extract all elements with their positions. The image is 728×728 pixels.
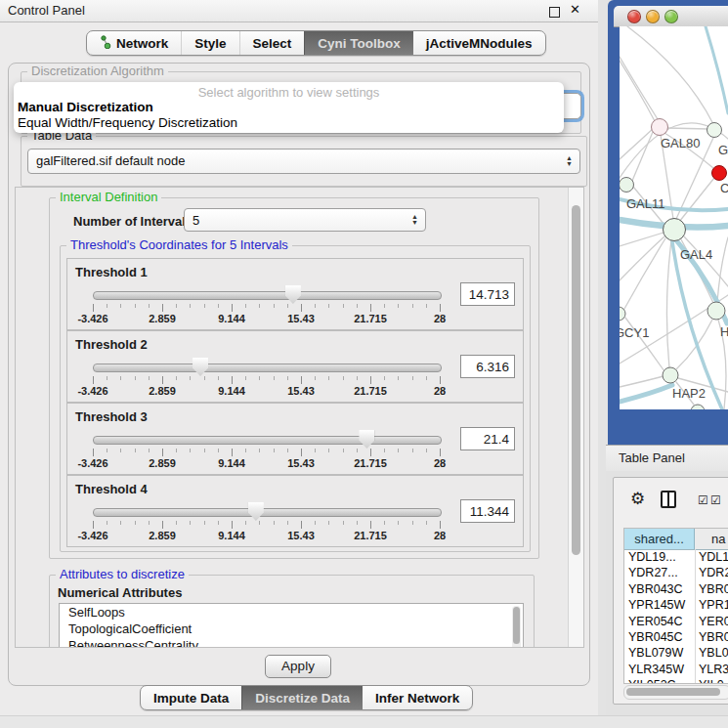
table-row[interactable]: YER054CYER0 — [624, 614, 728, 629]
threshold-value-field[interactable]: 21.4 — [460, 427, 515, 450]
slider-minor-tick — [149, 304, 150, 308]
slider-minor-tick — [274, 449, 275, 452]
network-node[interactable] — [707, 302, 725, 320]
table-data-group: Table Data galFiltered.sif default node … — [21, 136, 587, 187]
zoom-traffic-light[interactable] — [664, 10, 678, 23]
network-edge[interactable] — [706, 26, 728, 113]
number-of-intervals-combobox[interactable]: 5 ▲▼ — [184, 208, 426, 232]
table-row[interactable]: YLR345WYLR3 — [624, 662, 728, 677]
threshold-slider-thumb[interactable] — [285, 285, 301, 304]
network-node[interactable] — [663, 367, 678, 383]
attributes-scrollbar-thumb[interactable] — [513, 607, 520, 644]
threshold-slider-track[interactable] — [93, 436, 442, 445]
gear-icon[interactable]: ⚙ — [630, 489, 645, 509]
panel-scrollbar-thumb[interactable] — [572, 205, 580, 555]
threshold-row-3: Threshold 3-3.4262.8599.14415.4321.71528… — [66, 403, 524, 475]
network-edge[interactable] — [624, 238, 665, 309]
attribute-list-item[interactable]: BetweennessCentrality — [60, 637, 523, 648]
column-header-shared-name[interactable]: shared... — [624, 529, 695, 549]
table-horizontal-scrollbar-thumb[interactable] — [626, 688, 720, 696]
threshold-value-field[interactable]: 14.713 — [460, 282, 515, 306]
network-edge[interactable] — [620, 61, 655, 121]
threshold-slider-track[interactable] — [93, 508, 442, 517]
column-header-name[interactable]: na — [695, 529, 728, 549]
network-node-label: GAL4 — [680, 247, 712, 262]
table-row[interactable]: YBR045CYBR0 — [624, 629, 728, 645]
table-row[interactable]: YPR145WYPR1 — [624, 597, 728, 613]
threshold-slider-thumb[interactable] — [248, 502, 264, 521]
tab-impute-data[interactable]: Impute Data — [141, 686, 241, 709]
network-node[interactable] — [652, 119, 668, 136]
network-view-window: GAL80GACGAL11GAL4GCY1HHAP2 — [608, 0, 728, 445]
network-edge[interactable] — [620, 376, 664, 387]
algorithm-option-manual-discretization[interactable]: Manual Discretization — [18, 100, 153, 114]
minimize-traffic-light[interactable] — [646, 10, 660, 23]
network-node[interactable] — [707, 123, 722, 138]
threshold-value-field[interactable]: 6.316 — [460, 355, 515, 378]
table-row[interactable]: YBR043CYBR0 — [624, 581, 728, 597]
table-horizontal-scrollbar[interactable] — [623, 685, 728, 700]
network-edge[interactable] — [667, 128, 708, 129]
close-icon[interactable]: ✕ — [570, 2, 580, 17]
attribute-list-item[interactable]: SelfLoops — [60, 604, 523, 621]
network-node[interactable] — [620, 178, 634, 193]
table-data-combobox[interactable]: galFiltered.sif default node ▲▼ — [27, 149, 580, 174]
table-panel-titlebar: Table Panel — [606, 445, 728, 472]
table-row[interactable]: YIL052CYIL0 — [624, 677, 728, 684]
checkbox-icon[interactable]: ☑ — [710, 493, 721, 507]
network-edge[interactable] — [620, 57, 658, 119]
network-node[interactable] — [691, 405, 705, 409]
slider-major-tick — [93, 376, 94, 384]
slider-minor-tick — [398, 521, 399, 525]
network-canvas[interactable]: GAL80GACGAL11GAL4GCY1HHAP2 — [620, 26, 728, 409]
threshold-slider-thumb[interactable] — [193, 358, 208, 376]
split-columns-icon[interactable] — [661, 491, 676, 508]
tab-jactivemnodules[interactable]: jActiveMNodules — [413, 31, 545, 55]
tab-style[interactable]: Style — [181, 31, 238, 55]
apply-button[interactable]: Apply — [265, 655, 331, 678]
network-window-titlebar[interactable] — [614, 6, 728, 27]
network-node[interactable] — [664, 219, 686, 241]
tab-network[interactable]: Network — [87, 31, 181, 55]
float-window-icon[interactable] — [549, 7, 560, 18]
table-row[interactable]: YBL079WYBL0 — [624, 645, 728, 661]
slider-minor-tick — [398, 376, 399, 380]
threshold-slider-track[interactable] — [93, 364, 442, 372]
table-row[interactable]: YDL19...YDL1 — [624, 549, 728, 565]
network-edge[interactable] — [620, 385, 672, 402]
slider-minor-tick — [412, 304, 413, 308]
slider-major-tick — [301, 449, 302, 456]
tab-discretize-data[interactable]: Discretize Data — [241, 686, 363, 709]
cell-shared-name: YPR145W — [628, 598, 685, 612]
table-row[interactable]: YDR27...YDR2 — [624, 565, 728, 580]
tab-select[interactable]: Select — [239, 31, 305, 55]
network-edge[interactable] — [666, 240, 671, 368]
close-traffic-light[interactable] — [627, 10, 641, 23]
algorithm-option-equal-width-frequency-discretization[interactable]: Equal Width/Frequency Discretization — [18, 115, 237, 130]
attributes-group: Attributes to discretize Numerical Attri… — [49, 575, 535, 648]
network-edge[interactable] — [620, 236, 664, 280]
threshold-value-field[interactable]: 11.344 — [460, 499, 515, 523]
network-node[interactable] — [712, 166, 727, 181]
slider-minor-tick — [135, 449, 136, 452]
slider-tick-label: 21.715 — [354, 313, 387, 324]
network-graph[interactable]: GAL80GACGAL11GAL4GCY1HHAP2 — [620, 26, 728, 409]
slider-minor-tick — [426, 449, 427, 452]
numerical-attributes-label: Numerical Attributes — [58, 585, 182, 600]
tab-cyni-toolbox[interactable]: Cyni Toolbox — [304, 31, 413, 55]
attributes-scrollbar[interactable] — [512, 606, 521, 648]
numerical-attributes-list[interactable]: SelfLoopsTopologicalCoefficientBetweenne… — [59, 603, 524, 648]
threshold-slider-track[interactable] — [93, 291, 442, 300]
panel-scrollbar[interactable] — [568, 188, 583, 647]
attribute-list-item[interactable]: TopologicalCoefficient — [60, 621, 523, 637]
network-edge[interactable] — [717, 237, 728, 302]
threshold-slider-thumb[interactable] — [359, 430, 374, 449]
network-edge[interactable] — [676, 320, 712, 369]
slider-major-tick — [301, 304, 302, 312]
network-edge[interactable] — [627, 26, 713, 124]
slider-minor-tick — [384, 449, 385, 452]
slider-minor-tick — [412, 376, 413, 380]
cell-shared-name: YBL079W — [628, 646, 683, 660]
tab-infer-network[interactable]: Infer Network — [363, 686, 472, 709]
checkbox-icon[interactable]: ☑ — [698, 493, 708, 507]
